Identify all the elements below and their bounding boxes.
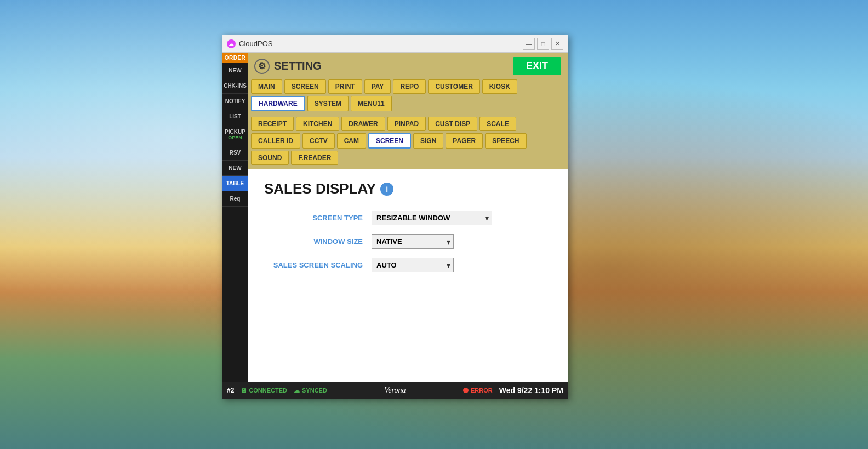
window-title: CloudPOS (239, 39, 272, 48)
setting-header: ⚙ SETTING EXIT (248, 53, 568, 79)
status-username: Verona (334, 386, 456, 395)
screen-type-label: SCREEN TYPE (264, 214, 363, 222)
scaling-select[interactable]: AUTO 100% 125% 150% (372, 258, 454, 272)
section-title: SALES DISPLAY i (264, 180, 551, 197)
form-row-scaling: SALES SCREEN SCALING AUTO 100% 125% 150% (264, 258, 551, 272)
screen-type-wrapper: RESIZABLE WINDOW FULL SCREEN WINDOWED (372, 211, 492, 225)
maximize-button[interactable]: □ (537, 38, 549, 50)
tab-hardware[interactable]: HARDWARE (251, 96, 305, 111)
tab-receipt[interactable]: RECEIPT (251, 117, 294, 131)
tab-row-3: RECEIPT KITCHEN DRAWER PINPAD CUST DISP … (251, 117, 564, 131)
window-size-wrapper: NATIVE 800x600 1024x768 1280x720 1920x10… (372, 234, 454, 249)
sidebar-item-rsv[interactable]: RSV (222, 145, 248, 161)
window-size-label: WINDOW SIZE (264, 237, 363, 246)
status-datetime: Wed 9/22 1:10 PM (499, 386, 563, 395)
tab-kitchen[interactable]: KITCHEN (296, 117, 339, 131)
app-window: ☁ CloudPOS — □ ✕ ORDER NEW CHK-INS NOTIF… (222, 35, 568, 399)
title-controls: — □ ✕ (523, 38, 563, 50)
tab-repo[interactable]: REPO (393, 79, 426, 94)
monitor-icon: 🖥 (241, 387, 247, 394)
screen-type-select[interactable]: RESIZABLE WINDOW FULL SCREEN WINDOWED (372, 211, 492, 225)
tab-cctv[interactable]: CCTV (302, 133, 335, 149)
tab-cam[interactable]: CAM (337, 133, 366, 149)
tab-main[interactable]: MAIN (251, 79, 282, 94)
status-bar: #2 🖥 CONNECTED ☁ SYNCED Verona ERROR Wed… (222, 382, 568, 399)
status-synced: ☁ SYNCED (294, 387, 327, 394)
tab-row-1: MAIN SCREEN PRINT PAY REPO CUSTOMER KIOS… (251, 79, 564, 94)
tab-system[interactable]: SYSTEM (307, 96, 349, 111)
tab-menu11[interactable]: MENU11 (351, 96, 392, 111)
sidebar-item-pickup[interactable]: PICKUP OPEN (222, 124, 248, 145)
tab-customer[interactable]: CUSTOMER (428, 79, 479, 94)
status-connected: 🖥 CONNECTED (241, 387, 287, 394)
tab-row-4: CALLER ID CCTV CAM SCREEN SIGN PAGER SPE… (251, 133, 564, 149)
sidebar-item-table[interactable]: TABLE (222, 176, 248, 191)
exit-button[interactable]: EXIT (513, 57, 561, 75)
gear-icon: ⚙ (254, 59, 270, 74)
tab-kiosk[interactable]: KIOSK (482, 79, 517, 94)
tab-pay[interactable]: PAY (364, 79, 391, 94)
tab-caller-id[interactable]: CALLER ID (251, 133, 300, 149)
sidebar-item-chkins[interactable]: CHK-INS (222, 78, 248, 94)
minimize-button[interactable]: — (523, 38, 535, 50)
tab-freader[interactable]: F.READER (291, 151, 338, 165)
tab-scale[interactable]: SCALE (479, 117, 516, 131)
sub-tabs-area: RECEIPT KITCHEN DRAWER PINPAD CUST DISP … (248, 117, 568, 169)
info-icon[interactable]: i (380, 183, 393, 196)
tab-speech[interactable]: SPEECH (485, 133, 526, 149)
close-button[interactable]: ✕ (551, 38, 563, 50)
tab-pinpad[interactable]: PINPAD (387, 117, 426, 131)
title-bar-left: ☁ CloudPOS (227, 39, 272, 48)
error-dot (463, 388, 469, 393)
tab-print[interactable]: PRINT (328, 79, 362, 94)
sidebar-item-new1[interactable]: NEW (222, 63, 248, 78)
sidebar-item-req[interactable]: Req (222, 191, 248, 207)
tab-pager[interactable]: PAGER (446, 133, 483, 149)
scaling-wrapper: AUTO 100% 125% 150% (372, 258, 454, 272)
sidebar-item-order[interactable]: ORDER (222, 53, 248, 63)
form-row-screen-type: SCREEN TYPE RESIZABLE WINDOW FULL SCREEN… (264, 211, 551, 225)
status-error: ERROR (463, 387, 493, 394)
tab-sound[interactable]: SOUND (251, 151, 289, 165)
sidebar-item-new2[interactable]: NEW (222, 161, 248, 176)
content-panel: SALES DISPLAY i SCREEN TYPE RESIZABLE WI… (248, 169, 568, 399)
status-num: #2 (227, 387, 234, 394)
setting-title: ⚙ SETTING (254, 59, 322, 74)
tab-row-2: HARDWARE SYSTEM MENU11 (251, 96, 564, 111)
tab-screen-tab[interactable]: SCREEN (368, 133, 411, 149)
tab-row-5: SOUND F.READER (251, 151, 564, 165)
sidebar-item-list[interactable]: LIST (222, 109, 248, 124)
sidebar-item-notify[interactable]: NOTIFY (222, 94, 248, 109)
app-icon: ☁ (227, 39, 236, 48)
form-row-window-size: WINDOW SIZE NATIVE 800x600 1024x768 1280… (264, 234, 551, 249)
title-bar: ☁ CloudPOS — □ ✕ (222, 35, 568, 53)
scaling-label: SALES SCREEN SCALING (264, 261, 363, 269)
main-content: ⚙ SETTING EXIT MAIN SCREEN PRINT PAY REP… (248, 53, 568, 399)
tabs-row1: MAIN SCREEN PRINT PAY REPO CUSTOMER KIOS… (248, 79, 568, 117)
cloud-icon: ☁ (294, 387, 300, 394)
tab-screen[interactable]: SCREEN (284, 79, 326, 94)
window-size-select[interactable]: NATIVE 800x600 1024x768 1280x720 1920x10… (372, 234, 454, 249)
tab-cust-disp[interactable]: CUST DISP (428, 117, 477, 131)
sidebar: ORDER NEW CHK-INS NOTIFY LIST PICKUP OPE… (222, 53, 248, 382)
tab-sign[interactable]: SIGN (413, 133, 443, 149)
tab-drawer[interactable]: DRAWER (341, 117, 385, 131)
